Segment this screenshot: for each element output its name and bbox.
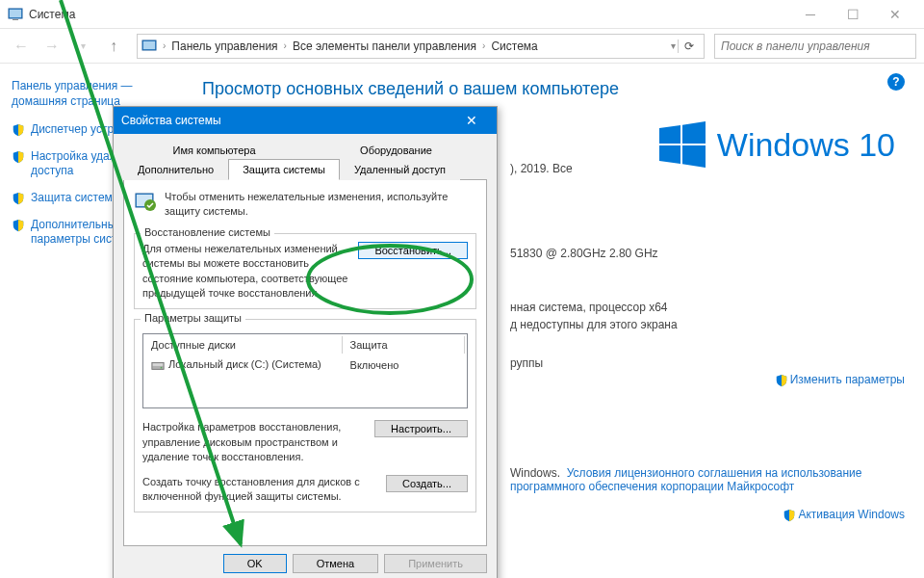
info-copyright: ), 2019. Все <box>510 162 573 175</box>
page-heading: Просмотр основных сведений о вашем компь… <box>202 79 905 99</box>
minimize-button[interactable]: ─ <box>789 0 832 29</box>
up-button[interactable]: ↑ <box>100 33 127 60</box>
search-input[interactable] <box>714 34 916 59</box>
dialog-tabs: Имя компьютера Оборудование Дополнительн… <box>123 140 487 180</box>
license-link[interactable]: Условия лицензионного соглашения на испо… <box>510 466 861 493</box>
refresh-button[interactable]: ⟳ <box>678 39 700 53</box>
breadcrumb-item[interactable]: Панель управления <box>167 39 281 53</box>
protection-params-group: Параметры защиты Доступные диски Защита … <box>134 319 476 512</box>
shield-icon <box>12 192 25 205</box>
info-windows: Windows. <box>510 466 560 480</box>
maximize-button[interactable]: ☐ <box>832 0 874 29</box>
configure-button[interactable]: Настроить... <box>374 420 468 437</box>
tab-computer-name[interactable]: Имя компьютера <box>123 140 305 160</box>
protection-message: Чтобы отменить нежелательные изменения, … <box>165 190 476 220</box>
close-button[interactable]: ✕ <box>874 0 916 29</box>
shield-icon <box>775 374 788 387</box>
window-title: Система <box>29 8 789 21</box>
dialog-titlebar[interactable]: Свойства системы ✕ <box>114 107 497 134</box>
change-params-link[interactable]: Изменить параметры <box>775 372 905 388</box>
breadcrumb-item[interactable]: Все элементы панели управления <box>289 39 480 53</box>
create-button[interactable]: Создать... <box>386 475 468 492</box>
svg-rect-4 <box>143 41 155 49</box>
history-dropdown[interactable]: ▾ <box>69 33 96 60</box>
shield-icon <box>12 123 25 137</box>
disk-col-drives[interactable]: Доступные диски <box>145 336 343 354</box>
dialog-title-text: Свойства системы <box>121 114 221 127</box>
activate-windows-link[interactable]: Активация Windows <box>783 507 905 523</box>
system-icon <box>141 39 157 54</box>
main-titlebar: Система ─ ☐ ✕ <box>0 0 924 29</box>
svg-rect-9 <box>153 364 164 367</box>
system-icon <box>8 7 23 22</box>
tab-content: Чтобы отменить нежелательные изменения, … <box>123 180 487 546</box>
tab-system-protection[interactable]: Защита системы <box>228 159 340 180</box>
system-properties-dialog: Свойства системы ✕ Имя компьютера Оборуд… <box>113 106 498 578</box>
breadcrumb[interactable]: › Панель управления › Все элементы панел… <box>137 34 705 59</box>
windows10-brand: Windows 10 <box>659 121 895 168</box>
breadcrumb-item[interactable]: Система <box>487 39 541 53</box>
disk-col-protection[interactable]: Защита <box>345 336 465 354</box>
disk-table: Доступные диски Защита Локальный диск (C… <box>142 333 468 408</box>
info-arch: нная система, процессор x64 <box>510 301 668 314</box>
help-icon[interactable]: ? <box>887 73 905 91</box>
activate-link-text: Активация Windows <box>798 508 905 521</box>
disk-name: Локальный диск (C:) (Система) <box>168 358 321 370</box>
sidebar-task-label: Защита системы <box>31 191 120 206</box>
svg-rect-2 <box>13 19 18 20</box>
apply-button[interactable]: Применить <box>384 554 487 573</box>
restore-group: Восстановление системы Для отмены нежела… <box>134 233 476 310</box>
ok-button[interactable]: OK <box>223 554 287 573</box>
restore-button[interactable]: Восстановить... <box>358 242 468 259</box>
change-params-text: Изменить параметры <box>790 373 905 386</box>
shield-icon <box>783 509 796 522</box>
tab-remote[interactable]: Удаленный доступ <box>340 159 460 180</box>
svg-rect-1 <box>10 10 21 17</box>
info-cpu: 51830 @ 2.80GHz 2.80 GHz <box>510 247 658 260</box>
windows10-text: Windows 10 <box>717 126 895 164</box>
cancel-button[interactable]: Отмена <box>293 554 378 573</box>
svg-point-10 <box>161 367 163 369</box>
control-panel-home-link[interactable]: Панель управления — домашняя страница <box>12 79 171 109</box>
create-description: Создать точку восстановления для дисков … <box>142 475 376 505</box>
shield-icon <box>12 150 25 164</box>
info-group: руппы <box>510 356 543 370</box>
shield-icon <box>12 219 25 232</box>
disk-row[interactable]: Локальный диск (C:) (Система) Включено <box>145 355 465 375</box>
tab-advanced[interactable]: Дополнительно <box>123 159 228 180</box>
tab-hardware[interactable]: Оборудование <box>305 140 487 160</box>
restore-description: Для отмены нежелательных изменений систе… <box>142 242 348 302</box>
back-button[interactable]: ← <box>8 33 35 60</box>
dialog-button-row: OK Отмена Применить <box>123 546 487 573</box>
disk-icon <box>151 358 165 372</box>
forward-button[interactable]: → <box>38 33 65 60</box>
disk-status: Включено <box>345 355 465 375</box>
dialog-close-button[interactable]: ✕ <box>454 107 489 134</box>
breadcrumb-dropdown[interactable]: ▾ <box>669 40 678 51</box>
windows-logo-icon <box>659 121 706 168</box>
configure-description: Настройка параметров восстановления, упр… <box>142 420 365 464</box>
info-pen: д недоступны для этого экрана <box>510 318 678 331</box>
protection-icon <box>134 190 157 213</box>
toolbar: ← → ▾ ↑ › Панель управления › Все элемен… <box>0 29 924 64</box>
params-group-title: Параметры защиты <box>141 312 245 324</box>
restore-group-title: Восстановление системы <box>141 226 274 238</box>
